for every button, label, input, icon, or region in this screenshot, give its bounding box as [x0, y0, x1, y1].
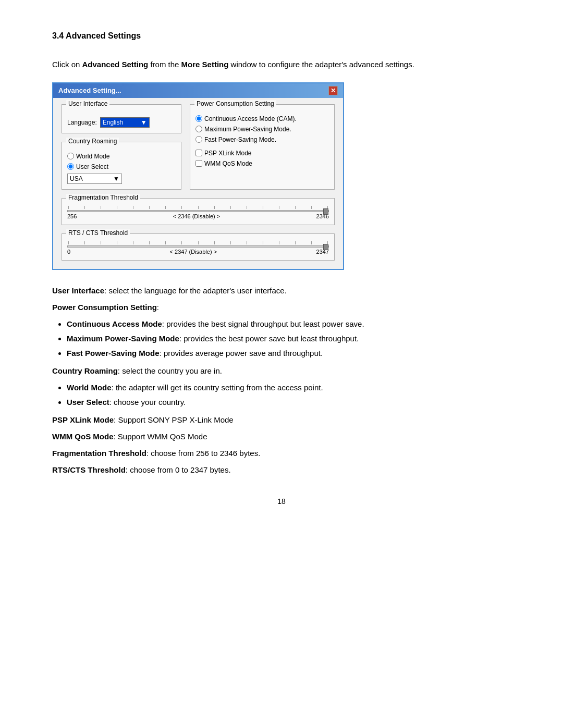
- frag-tick-line: [68, 206, 328, 209]
- fast-power-bold: Fast Power-Saving Mode: [67, 349, 160, 357]
- max-power-label: Maximum Power-Saving Mode.: [204, 126, 291, 133]
- wmm-checkbox[interactable]: [195, 160, 202, 167]
- tick14: [279, 206, 279, 209]
- rtick9: [198, 241, 199, 244]
- dialog-top-row: User Interface Language: English ▼ Count…: [62, 104, 335, 190]
- rts-slider-labels: 0 < 2347 (Disable) > 2347: [67, 249, 329, 255]
- rts-slider-track[interactable]: [67, 245, 329, 248]
- rts-legend: RTS / CTS Threshold: [66, 229, 130, 237]
- cam-radio[interactable]: [195, 115, 202, 122]
- psp-checkbox-row: PSP XLink Mode: [195, 150, 329, 157]
- country-list: World Mode: the adapter will get its cou…: [67, 381, 511, 409]
- frag-slider-handle[interactable]: [323, 208, 328, 215]
- max-power-option: Maximum Power-Saving Mode.: [195, 126, 329, 133]
- language-value: English: [103, 119, 123, 126]
- rts-bold: RTS/CTS Threshold: [52, 465, 126, 474]
- language-dropdown[interactable]: English ▼: [100, 117, 150, 128]
- tick15: [295, 206, 296, 209]
- rts-para: RTS/CTS Threshold: choose from 0 to 2347…: [52, 464, 511, 476]
- user-interface-text: : select the language for the adapter's …: [104, 286, 287, 295]
- power-list-item-2: Maximum Power-Saving Mode: provides the …: [67, 332, 511, 345]
- max-power-radio[interactable]: [195, 126, 202, 132]
- tick9: [198, 206, 199, 209]
- frag-text: : choose from 256 to 2346 bytes.: [146, 449, 260, 458]
- user-interface-para: User Interface: select the language for …: [52, 285, 511, 297]
- frag-slider-track[interactable]: [67, 210, 329, 212]
- psp-para: PSP XLink Mode: Support SONY PSP X-Link …: [52, 414, 511, 426]
- rts-slider-container: 0 < 2347 (Disable) > 2347: [67, 241, 329, 255]
- frag-para: Fragmentation Threshold: choose from 256…: [52, 447, 511, 460]
- rts-center-label: < 2347 (Disable) >: [70, 249, 316, 255]
- rtick7: [165, 241, 166, 244]
- section-title: 3.4 Advanced Settings: [52, 31, 511, 41]
- country-dropdown[interactable]: USA ▼: [67, 174, 122, 184]
- rts-slider-handle[interactable]: [323, 244, 328, 250]
- tick7: [165, 206, 166, 209]
- advanced-setting-dialog: Advanced Setting... ✕ User Interface Lan…: [52, 82, 344, 270]
- world-mode-radio[interactable]: [67, 153, 74, 159]
- left-column: User Interface Language: English ▼ Count…: [62, 104, 181, 190]
- country-roaming-text: : select the country you are in.: [118, 366, 222, 375]
- frag-bold: Fragmentation Threshold: [52, 449, 146, 458]
- power-list-item-1: Continuous Access Mode: provides the bes…: [67, 318, 511, 330]
- power-colon: :: [157, 303, 159, 312]
- fast-power-radio[interactable]: [195, 136, 202, 143]
- fast-power-option: Fast Power-Saving Mode.: [195, 136, 329, 143]
- user-select-item: User Select: choose your country.: [67, 396, 511, 409]
- wmm-checkbox-label: WMM QoS Mode: [204, 160, 252, 167]
- user-select-radio[interactable]: [67, 163, 74, 170]
- language-row: Language: English ▼: [67, 117, 176, 128]
- world-mode-text: : the adapter will get its country setti…: [112, 383, 323, 392]
- country-roaming-fieldset: Country Roaming World Mode User Select U…: [62, 142, 181, 190]
- intro-bold2: More Setting: [181, 60, 229, 69]
- tick5: [133, 206, 133, 209]
- rts-fieldset: RTS / CTS Threshold: [62, 233, 335, 261]
- rtick16: [311, 241, 312, 244]
- psp-bold: PSP XLink Mode: [52, 415, 114, 424]
- tick1: [68, 206, 69, 209]
- max-power-text: : provides the best power save but least…: [179, 334, 359, 343]
- tick12: [247, 206, 247, 209]
- rtick12: [247, 241, 247, 244]
- page-number: 18: [52, 497, 511, 505]
- psp-checkbox-label: PSP XLink Mode: [204, 150, 252, 157]
- wmm-para: WMM QoS Mode: Support WMM QoS Mode: [52, 430, 511, 443]
- tick8: [181, 206, 182, 209]
- rtick11: [230, 241, 231, 244]
- frag-center-label: < 2346 (Disable) >: [77, 213, 316, 219]
- user-select-bold: User Select: [67, 398, 109, 406]
- user-interface-legend: User Interface: [66, 100, 109, 107]
- rts-tick-line: [68, 241, 328, 244]
- country-roaming-bold: Country Roaming: [52, 366, 118, 375]
- world-mode-radio-row: World Mode: [67, 153, 176, 160]
- tick3: [101, 206, 101, 209]
- rtick15: [295, 241, 296, 244]
- user-select-text: : choose your country.: [109, 398, 186, 406]
- cam-label: Continuous Access Mode (CAM).: [204, 115, 297, 122]
- checkboxes-section: PSP XLink Mode WMM QoS Mode: [195, 150, 329, 167]
- psp-checkbox[interactable]: [195, 150, 202, 156]
- country-select-row: USA ▼: [67, 174, 176, 184]
- tick11: [230, 206, 231, 209]
- user-interface-fieldset: User Interface Language: English ▼: [62, 104, 181, 133]
- power-list: Continuous Access Mode: provides the bes…: [67, 318, 511, 360]
- tick4: [117, 206, 117, 209]
- intro-text-end: window to configure the adapter's advanc…: [228, 60, 414, 69]
- country-roaming-legend: Country Roaming: [66, 138, 119, 145]
- fragmentation-fieldset: Fragmentation Threshold: [62, 198, 335, 225]
- tick16: [311, 206, 312, 209]
- world-mode-label: World Mode: [76, 153, 109, 160]
- intro-text-mid: from the: [148, 60, 181, 69]
- country-arrow-icon: ▼: [113, 175, 119, 182]
- tick13: [263, 206, 263, 209]
- frag-min-label: 256: [67, 213, 77, 219]
- rtick1: [68, 241, 69, 244]
- country-value: USA: [70, 175, 83, 182]
- dropdown-arrow-icon: ▼: [141, 119, 147, 126]
- wmm-bold: WMM QoS Mode: [52, 432, 113, 441]
- dialog-close-button[interactable]: ✕: [328, 86, 338, 95]
- tick6: [149, 206, 150, 209]
- body-text: User Interface: select the language for …: [52, 285, 511, 476]
- rtick6: [149, 241, 150, 244]
- intro-text-before: Click on: [52, 60, 82, 69]
